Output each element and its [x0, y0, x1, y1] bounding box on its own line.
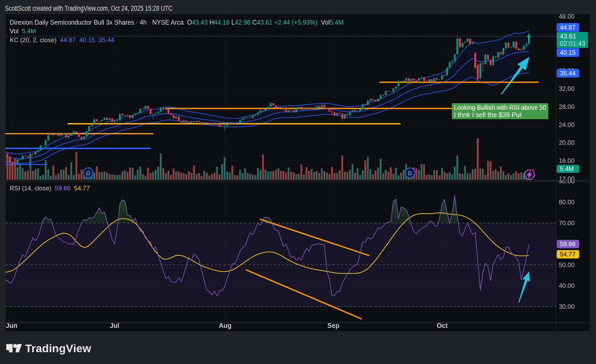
svg-text:5.4M: 5.4M: [560, 165, 574, 172]
svg-text:I thnk I sell the $39 Put: I thnk I sell the $39 Put: [454, 111, 522, 119]
svg-text:20.00: 20.00: [559, 139, 575, 146]
svg-text:54.77: 54.77: [560, 251, 576, 258]
svg-text:44.87: 44.87: [560, 24, 576, 31]
svg-text:24.00: 24.00: [559, 121, 575, 128]
svg-text:Sep: Sep: [327, 322, 339, 329]
svg-text:Aug: Aug: [219, 322, 232, 329]
svg-text:16.00: 16.00: [559, 157, 575, 164]
svg-text:02:01:43: 02:01:43: [560, 40, 585, 47]
svg-text:KC (20, 2, close) 44.87 40.1: KC (20, 2, close) 44.87 40.15 35.44: [10, 36, 114, 43]
svg-text:D: D: [86, 170, 90, 177]
svg-text:Looking Bullish with RSI above: Looking Bullish with RSI above 50: [454, 103, 546, 111]
svg-text:35.44: 35.44: [560, 70, 576, 77]
svg-text:Oct: Oct: [437, 322, 448, 329]
svg-text:RSI (14, close) 59.66 54.77: RSI (14, close) 59.66 54.77: [10, 185, 90, 192]
svg-text:28.00: 28.00: [559, 103, 575, 110]
svg-text:70.00: 70.00: [559, 219, 575, 227]
svg-text:48.00: 48.00: [559, 13, 575, 20]
svg-text:32.00: 32.00: [559, 85, 575, 92]
svg-text:Direxion Daily Semiconductor B: Direxion Daily Semiconductor Bull 3x Sha…: [10, 19, 344, 26]
svg-text:D: D: [408, 170, 412, 177]
svg-text:Vol 5.4M: Vol 5.4M: [10, 27, 36, 35]
svg-text:ScottScott created with Tradin: ScottScott created with TradingView.com,…: [5, 4, 172, 12]
svg-text:TradingView: TradingView: [25, 342, 91, 355]
svg-text:43.61: 43.61: [560, 32, 576, 40]
svg-text:Jul: Jul: [110, 322, 119, 329]
svg-text:40.15: 40.15: [560, 49, 576, 56]
svg-text:30.00: 30.00: [559, 303, 575, 310]
svg-text:50.00: 50.00: [559, 261, 575, 268]
svg-text:Jun: Jun: [6, 322, 17, 329]
svg-text:59.66: 59.66: [560, 240, 576, 247]
svg-text:80.00: 80.00: [559, 198, 575, 206]
svg-text:40.00: 40.00: [559, 282, 575, 289]
